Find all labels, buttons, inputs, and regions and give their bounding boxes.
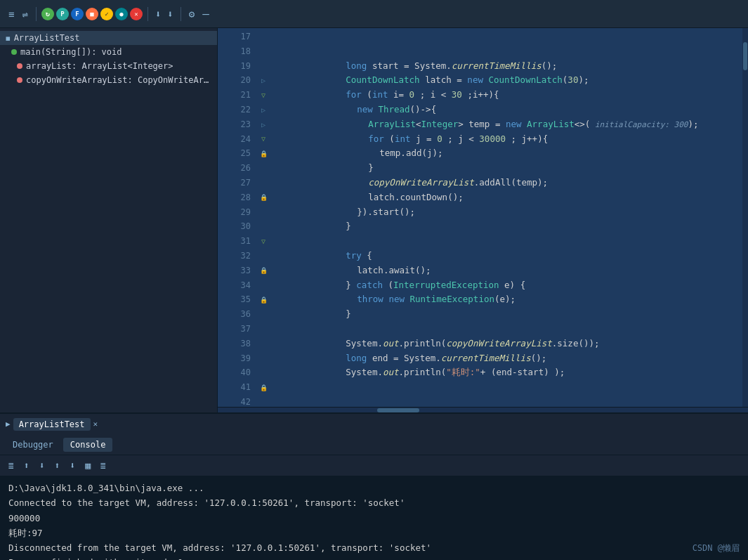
- run-button[interactable]: ↻: [41, 8, 54, 20]
- fold-icon-20[interactable]: ▷: [261, 77, 265, 84]
- bottom-panel: ▶ ArrayListTest ✕ Debugger Console ≣ ⬆ ⬇…: [0, 412, 748, 560]
- lock-icon-33: 🔒: [260, 267, 268, 274]
- sidebar-copyonwrite-label: copyOnWriteArrayList: CopyOnWriteArrayLi…: [26, 75, 211, 85]
- sidebar-item-copyonwrite[interactable]: copyOnWriteArrayList: CopyOnWriteArrayLi…: [0, 73, 217, 87]
- console-up-icon[interactable]: ⬆: [21, 459, 32, 472]
- code-content: 17 18 19 20 21 22 23 24 25 26 27 28 29 3…: [218, 28, 748, 407]
- lock-icon-42: 🔒: [260, 384, 268, 391]
- project-icon: ◼: [6, 34, 11, 43]
- console-line-3: 900000: [8, 511, 740, 526]
- console-toolbar: ≣ ⬆ ⬇ ⬆ ⬇ ▦ ≣: [0, 455, 748, 476]
- console-table-icon[interactable]: ▦: [82, 459, 93, 472]
- p-button[interactable]: P: [56, 8, 69, 20]
- lock-icon-35: 🔒: [260, 297, 268, 304]
- separator2: [147, 7, 148, 21]
- run-tab-close[interactable]: ✕: [93, 419, 98, 429]
- down-arrow2-icon[interactable]: ⬇: [165, 7, 175, 21]
- fold-icon-31[interactable]: ▽: [261, 237, 265, 245]
- gear-icon[interactable]: ⚙: [186, 7, 197, 21]
- fold-icon-22[interactable]: ▷: [261, 106, 265, 114]
- code-line-37: System.out.println(copyOnWriteArrayList.…: [270, 322, 742, 337]
- main-content: ◼ ArrayListTest main(String[]): void arr…: [0, 28, 748, 412]
- code-editor: 17 18 19 20 21 22 23 24 25 26 27 28 29 3…: [218, 28, 748, 412]
- sidebar-project-item[interactable]: ◼ ArrayListTest: [0, 31, 217, 45]
- close-button[interactable]: ✕: [130, 8, 143, 20]
- console-down2-icon[interactable]: ⬇: [67, 459, 78, 472]
- lock-icon-28: 🔒: [260, 194, 268, 201]
- watermark: CSDN @懒眉: [693, 542, 740, 554]
- run-tab-item[interactable]: ArrayListTest: [13, 418, 91, 431]
- code-line-17: [270, 30, 742, 44]
- align-icon[interactable]: ≡: [6, 7, 17, 21]
- console-line-2: Connected to the target VM, address: '12…: [8, 495, 740, 510]
- debugger-tab[interactable]: Debugger: [6, 438, 60, 452]
- code-line-31: try {: [270, 234, 742, 249]
- code-line-42: }: [270, 395, 742, 407]
- lock-icon-25: 🔒: [260, 150, 268, 157]
- console-output: D:\Java\jdk1.8.0_341\bin\java.exe ... Co…: [0, 476, 748, 560]
- top-toolbar: ≡ ⇌ ↻ P F ■ ✓ ● ✕ ⬇ ⬇ ⚙ —: [0, 0, 748, 28]
- horizontal-scrollbar[interactable]: [218, 407, 748, 412]
- code-line-18: long start = System.currentTimeMillis();: [270, 44, 742, 59]
- code-scrollbar[interactable]: [742, 28, 748, 407]
- dot-green-icon: [11, 49, 17, 55]
- dot-button[interactable]: ●: [115, 8, 128, 20]
- sidebar-item-arraylist[interactable]: arrayList: ArrayList<Integer>: [0, 59, 217, 73]
- dash-icon[interactable]: —: [199, 6, 212, 22]
- bottom-tabs-bar: Debugger Console: [0, 434, 748, 455]
- toolbar-icons: ≡ ⇌ ↻ P F ■ ✓ ● ✕ ⬇ ⬇ ⚙ —: [6, 6, 212, 22]
- console-line-4: 耗时:97: [8, 526, 740, 540]
- console-up2-icon[interactable]: ⬆: [51, 459, 63, 472]
- console-list-icon[interactable]: ≣: [98, 459, 109, 472]
- sidebar: ◼ ArrayListTest main(String[]): void arr…: [0, 28, 218, 412]
- sidebar-arraylist-label: arrayList: ArrayList<Integer>: [26, 61, 173, 71]
- fold-icon-24[interactable]: ▽: [261, 135, 265, 143]
- separator: [36, 7, 37, 21]
- align2-icon[interactable]: ⇌: [19, 7, 30, 21]
- console-tab[interactable]: Console: [63, 438, 113, 452]
- check-button[interactable]: ✓: [100, 8, 113, 20]
- code-lines[interactable]: long start = System.currentTimeMillis();…: [270, 28, 742, 407]
- console-down-icon[interactable]: ⬇: [37, 459, 48, 472]
- fold-icon-23[interactable]: ▷: [261, 121, 265, 129]
- down-arrow-icon[interactable]: ⬇: [153, 7, 163, 21]
- code-line-41: [270, 380, 742, 395]
- separator3: [181, 7, 181, 21]
- line-numbers: 17 18 19 20 21 22 23 24 25 26 27 28 29 3…: [218, 28, 256, 407]
- run-tab-bar: ▶ ArrayListTest ✕: [0, 413, 748, 434]
- sidebar-tree: ◼ ArrayListTest main(String[]): void arr…: [0, 28, 217, 412]
- sidebar-item-main[interactable]: main(String[]): void: [0, 45, 217, 59]
- console-menu-icon[interactable]: ≣: [6, 459, 17, 472]
- run-tab-icon: ▶: [6, 419, 11, 429]
- dot-red-icon: [17, 63, 22, 69]
- project-name-label: ArrayListTest: [14, 33, 80, 43]
- gutter: ▷ ▽ ▷ ▷ ▽ 🔒 🔒 ▽ 🔒 🔒: [256, 28, 270, 407]
- dot-red2-icon: [17, 77, 22, 83]
- console-line-5: Disconnected from the target VM, address…: [8, 540, 740, 555]
- sidebar-main-label: main(String[]): void: [20, 47, 122, 57]
- f-button[interactable]: F: [71, 8, 84, 20]
- console-line-7: Process finished with exit code 0: [8, 555, 740, 560]
- fold-icon-21[interactable]: ▽: [261, 91, 265, 99]
- stop-button[interactable]: ■: [86, 8, 98, 20]
- scroll-thumb[interactable]: [743, 42, 747, 70]
- console-line-1: D:\Java\jdk1.8.0_341\bin\java.exe ...: [8, 481, 740, 495]
